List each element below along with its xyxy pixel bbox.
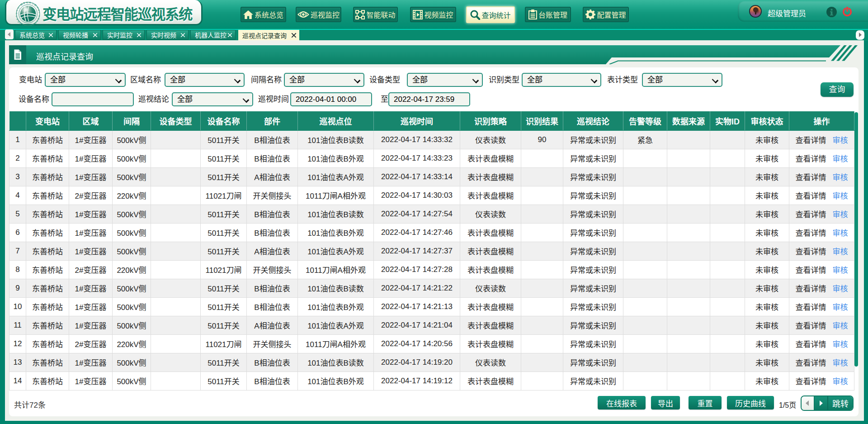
svg-text:T: T [16,10,19,12]
svg-text:I: I [22,24,23,26]
svg-text:司: 司 [33,4,37,7]
svg-text:网: 网 [28,2,31,5]
svg-text:R: R [30,24,32,26]
svg-text:C: C [37,18,40,20]
svg-text:电: 电 [26,2,28,4]
svg-text:H: H [38,15,40,17]
svg-text:G: G [17,20,19,23]
svg-text:C: C [26,25,28,26]
svg-text:T: T [15,15,18,17]
